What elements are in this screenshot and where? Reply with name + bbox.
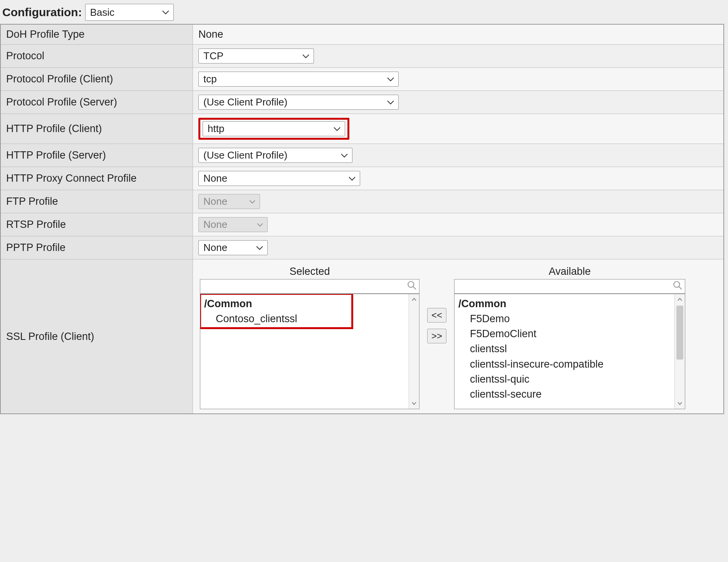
pp-client-label: Protocol Profile (Client)	[0, 68, 193, 91]
chevron-down-icon	[249, 199, 256, 204]
configuration-select-value: Basic	[90, 7, 115, 18]
http-proxy-label: HTTP Proxy Connect Profile	[0, 167, 193, 190]
configuration-table: DoH Profile Type None Protocol TCP Proto…	[0, 24, 724, 414]
http-server-label: HTTP Profile (Server)	[0, 144, 193, 167]
http-proxy-select[interactable]: None	[198, 171, 360, 186]
available-search[interactable]	[454, 279, 685, 294]
svg-point-0	[408, 281, 414, 287]
chevron-down-icon	[348, 176, 356, 181]
move-left-button[interactable]: <<	[427, 308, 446, 323]
chevron-down-icon	[333, 126, 341, 132]
scroll-down-icon[interactable]	[409, 398, 419, 409]
list-item[interactable]: clientssl-secure	[458, 387, 681, 402]
selected-search[interactable]	[200, 279, 419, 294]
configuration-select[interactable]: Basic	[85, 4, 174, 21]
list-item[interactable]: clientssl-insecure-compatible	[458, 357, 681, 372]
list-item[interactable]: F5DemoClient	[458, 326, 681, 341]
selected-scrollbar[interactable]	[409, 294, 419, 409]
list-item[interactable]: Contoso_clientssl	[204, 311, 415, 326]
protocol-label: Protocol	[0, 45, 193, 68]
selected-title: Selected	[289, 266, 330, 278]
rtsp-select: None	[198, 217, 268, 232]
pptp-label: PPTP Profile	[0, 236, 193, 259]
ssl-client-dual-list: Selected /Common Contoso_clientssl	[198, 263, 718, 409]
chevron-down-icon	[341, 153, 348, 158]
doh-label: DoH Profile Type	[0, 24, 193, 45]
http-client-label: HTTP Profile (Client)	[0, 114, 193, 144]
svg-line-1	[413, 286, 416, 289]
list-item[interactable]: clientssl-quic	[458, 372, 681, 387]
configuration-label: Configuration:	[2, 6, 82, 19]
scroll-down-icon[interactable]	[675, 398, 685, 409]
chevron-down-icon	[256, 245, 263, 251]
chevron-down-icon	[387, 77, 394, 82]
chevron-down-icon	[387, 100, 394, 105]
move-right-button[interactable]: >>	[427, 329, 446, 343]
chevron-down-icon	[302, 54, 310, 59]
svg-line-3	[679, 286, 682, 289]
selected-group: /Common	[204, 296, 415, 311]
pp-server-label: Protocol Profile (Server)	[0, 91, 193, 114]
http-client-highlight: http	[198, 118, 349, 140]
http-client-select[interactable]: http	[203, 121, 345, 136]
search-icon	[673, 280, 683, 293]
available-title: Available	[549, 266, 590, 278]
protocol-select[interactable]: TCP	[198, 49, 314, 64]
available-listbox[interactable]: /Common F5DemoF5DemoClientclientsslclien…	[454, 294, 685, 409]
selected-listbox[interactable]: /Common Contoso_clientssl	[200, 294, 419, 409]
pptp-select[interactable]: None	[198, 240, 268, 255]
scroll-thumb[interactable]	[676, 306, 683, 360]
scroll-up-icon[interactable]	[409, 294, 419, 305]
search-icon	[407, 280, 417, 293]
ftp-select: None	[198, 194, 260, 209]
ftp-label: FTP Profile	[0, 190, 193, 213]
svg-point-2	[674, 281, 679, 287]
available-scrollbar[interactable]	[674, 294, 685, 409]
rtsp-label: RTSP Profile	[0, 213, 193, 236]
doh-value: None	[198, 28, 223, 40]
scroll-up-icon[interactable]	[675, 294, 685, 305]
chevron-down-icon	[257, 222, 263, 227]
ssl-client-label: SSL Profile (Client)	[0, 259, 193, 414]
chevron-down-icon	[162, 10, 169, 15]
http-server-select[interactable]: (Use Client Profile)	[198, 148, 352, 163]
list-item[interactable]: clientssl	[458, 341, 681, 356]
list-item[interactable]: F5Demo	[458, 311, 681, 326]
pp-server-select[interactable]: (Use Client Profile)	[198, 95, 399, 110]
pp-client-select[interactable]: tcp	[198, 72, 399, 87]
available-group: /Common	[458, 296, 681, 311]
